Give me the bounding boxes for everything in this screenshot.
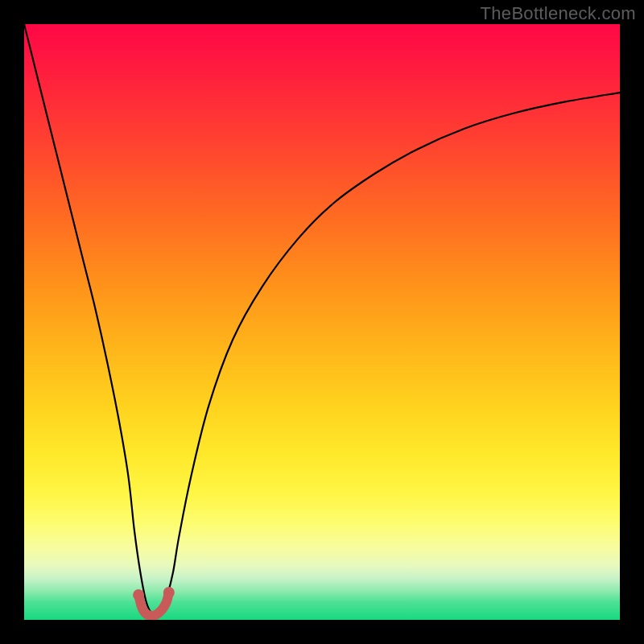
curve-path xyxy=(24,24,620,615)
watermark-text: TheBottleneck.com xyxy=(481,3,636,24)
trough-marker-dot xyxy=(163,587,175,598)
trough-marker-dot xyxy=(133,589,144,601)
plot-area xyxy=(24,24,620,620)
chart-svg xyxy=(24,24,620,620)
chart-frame: TheBottleneck.com xyxy=(0,0,644,644)
